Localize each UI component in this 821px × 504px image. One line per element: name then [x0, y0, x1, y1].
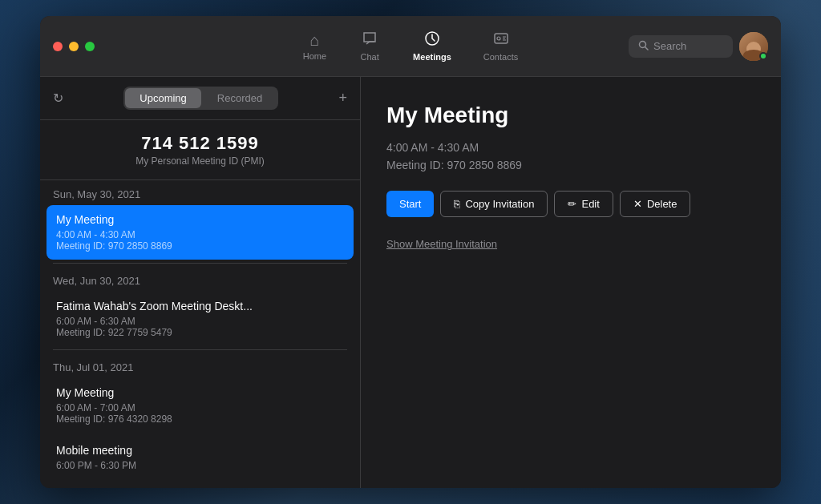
refresh-icon[interactable]: ↻: [53, 91, 63, 106]
meeting-item-3[interactable]: My Meeting 6:00 AM - 7:00 AM Meeting ID:…: [47, 378, 354, 433]
edit-button[interactable]: ✏ Edit: [554, 191, 613, 217]
close-button[interactable]: [53, 42, 63, 51]
sidebar: ↻ Upcoming Recorded + 714 512 1599 My Pe…: [40, 77, 361, 488]
main-content: ↻ Upcoming Recorded + 714 512 1599 My Pe…: [40, 77, 781, 488]
search-bar[interactable]: Search: [629, 35, 733, 58]
meeting-item-1[interactable]: My Meeting 4:00 AM - 4:30 AM Meeting ID:…: [47, 205, 354, 260]
tab-recorded[interactable]: Recorded: [203, 88, 277, 108]
minimize-button[interactable]: [69, 42, 79, 51]
nav-contacts[interactable]: Contacts: [471, 24, 531, 68]
svg-point-2: [497, 37, 500, 40]
nav-chat[interactable]: Chat: [346, 24, 394, 68]
search-label: Search: [653, 40, 686, 52]
pmi-label: My Personal Meeting ID (PMI): [53, 155, 347, 167]
nav-contacts-label: Contacts: [483, 52, 518, 62]
meeting-id-3: Meeting ID: 976 4320 8298: [56, 413, 344, 425]
meeting-time-1: 4:00 AM - 4:30 AM: [56, 229, 344, 240]
date-header-2: Wed, Jun 30, 2021: [40, 267, 360, 292]
divider-1: [53, 263, 347, 264]
nav-chat-label: Chat: [360, 52, 378, 62]
delete-button[interactable]: ✕ Delete: [620, 191, 691, 217]
meeting-id-1: Meeting ID: 970 2850 8869: [56, 240, 344, 252]
chat-icon: [362, 30, 378, 49]
svg-line-4: [645, 46, 649, 50]
meetings-icon: [424, 30, 440, 49]
meeting-title-2: Fatima Wahab's Zoom Meeting Deskt...: [56, 300, 344, 312]
start-button[interactable]: Start: [386, 191, 434, 217]
meeting-id-2: Meeting ID: 922 7759 5479: [56, 327, 344, 338]
maximize-button[interactable]: [85, 42, 95, 51]
delete-icon: ✕: [633, 198, 642, 210]
meeting-item-4[interactable]: Mobile meeting 6:00 PM - 6:30 PM: [47, 436, 354, 479]
title-bar: ⌂ Home Chat Meet: [40, 16, 781, 77]
nav-home-label: Home: [303, 51, 326, 61]
meeting-title-4: Mobile meeting: [56, 444, 344, 457]
pmi-section: 714 512 1599 My Personal Meeting ID (PMI…: [40, 120, 360, 180]
action-buttons: Start ⎘ Copy Invitation ✏ Edit ✕ Delete: [386, 191, 755, 217]
meeting-time-3: 6:00 AM - 7:00 AM: [56, 402, 344, 413]
detail-time: 4:00 AM - 4:30 AM: [386, 141, 755, 154]
date-header-1: Sun, May 30, 2021: [40, 180, 360, 205]
meeting-item-2[interactable]: Fatima Wahab's Zoom Meeting Deskt... 6:0…: [47, 292, 354, 346]
tab-upcoming[interactable]: Upcoming: [125, 88, 201, 108]
meeting-time-4: 6:00 PM - 6:30 PM: [56, 460, 344, 471]
traffic-lights: [40, 42, 95, 51]
home-icon: ⌂: [309, 32, 319, 48]
meeting-list: Sun, May 30, 2021 My Meeting 4:00 AM - 4…: [40, 180, 360, 488]
meeting-title-3: My Meeting: [56, 386, 344, 399]
detail-panel: My Meeting 4:00 AM - 4:30 AM Meeting ID:…: [361, 77, 781, 488]
online-indicator: [759, 52, 767, 60]
detail-meeting-id: Meeting ID: 970 2850 8869: [386, 159, 755, 171]
add-meeting-button[interactable]: +: [338, 90, 347, 107]
nav-meetings[interactable]: Meetings: [400, 24, 464, 68]
search-icon: [638, 40, 649, 53]
show-invitation-link[interactable]: Show Meeting Invitation: [386, 238, 497, 250]
edit-icon: ✏: [568, 198, 576, 210]
copy-invitation-button[interactable]: ⎘ Copy Invitation: [440, 191, 548, 217]
date-header-3: Thu, Jul 01, 2021: [40, 353, 360, 378]
app-window: ⌂ Home Chat Meet: [40, 16, 781, 488]
copy-icon: ⎘: [454, 198, 460, 210]
pmi-number: 714 512 1599: [53, 133, 347, 154]
avatar-container[interactable]: [739, 32, 768, 61]
meeting-time-2: 6:00 AM - 6:30 AM: [56, 316, 344, 327]
divider-2: [53, 349, 347, 350]
tab-group: Upcoming Recorded: [123, 87, 278, 110]
meeting-title-1: My Meeting: [56, 213, 344, 226]
detail-title: My Meeting: [386, 103, 755, 128]
nav-meetings-label: Meetings: [413, 52, 451, 62]
nav-home[interactable]: ⌂ Home: [290, 26, 339, 67]
sidebar-header: ↻ Upcoming Recorded +: [40, 77, 360, 120]
contacts-icon: [493, 30, 509, 49]
